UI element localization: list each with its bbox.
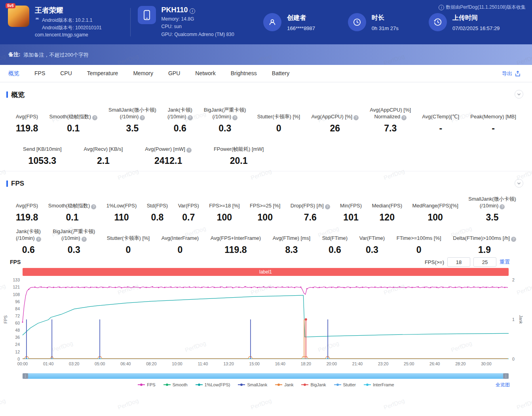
metric-Std(FTime): Std(FTime)0.6 bbox=[318, 228, 352, 255]
scrollbar-right-handle[interactable]: ⋮ bbox=[503, 373, 509, 379]
svg-text:01:40: 01:40 bbox=[43, 361, 53, 366]
legend-Stutter[interactable]: Stutter bbox=[334, 382, 356, 387]
help-icon[interactable]: ? bbox=[91, 204, 96, 209]
help-icon[interactable]: ? bbox=[82, 237, 87, 242]
metric-value: 0 bbox=[397, 245, 441, 255]
help-icon[interactable]: ? bbox=[401, 115, 407, 120]
collect-version-note: i 数据由PerfDog(11.1.250108)版本收集 bbox=[439, 4, 526, 11]
section-accent-bar bbox=[6, 180, 8, 187]
metric-Peak(Memory) [MB]: Peak(Memory) [MB]- bbox=[466, 107, 520, 134]
collapse-overview-button[interactable] bbox=[515, 90, 523, 99]
help-icon[interactable]: ? bbox=[500, 204, 505, 209]
fps-threshold-low-input[interactable] bbox=[447, 257, 470, 267]
section-accent-bar bbox=[6, 91, 8, 98]
help-icon[interactable]: ? bbox=[511, 237, 516, 242]
tab-CPU[interactable]: CPU bbox=[60, 70, 72, 77]
metric-Stutter(卡顿率) [%]: Stutter(卡顿率) [%]0 bbox=[253, 107, 304, 134]
metric-Avg(FPS): Avg(FPS)119.8 bbox=[12, 107, 42, 134]
note-input[interactable] bbox=[23, 52, 221, 58]
legend-marker-icon bbox=[196, 384, 203, 385]
metric-value: 8.3 bbox=[273, 245, 310, 255]
tab-Network[interactable]: Network bbox=[195, 70, 215, 77]
metric-Avg(AppCPU) [%]: Avg(AppCPU) [%]Normalized?7.3 bbox=[366, 107, 415, 134]
legend-marker-icon bbox=[238, 384, 245, 385]
tab-Temperature[interactable]: Temperature bbox=[87, 70, 118, 77]
tab-Brightness[interactable]: Brightness bbox=[231, 70, 257, 77]
metric-value: 1053.3 bbox=[23, 156, 62, 166]
collapse-fps-button[interactable] bbox=[515, 179, 523, 188]
svg-text:00:00: 00:00 bbox=[17, 361, 28, 366]
metric-Median(FPS): Median(FPS)120 bbox=[368, 196, 406, 223]
metric-Avg(InterFrame): Avg(InterFrame)0 bbox=[158, 228, 203, 255]
help-icon[interactable]: ? bbox=[140, 115, 145, 120]
legend-Smooth[interactable]: Smooth bbox=[163, 382, 188, 387]
fps-section: FPS Avg(FPS)119.8Smooth(稳帧指数)?0.11%Low(F… bbox=[0, 171, 532, 395]
package-name: com.tencent.tmgp.sgame bbox=[35, 31, 102, 39]
metric-value: 0.8 bbox=[147, 212, 168, 223]
help-icon[interactable]: ? bbox=[232, 115, 238, 120]
tab-概览[interactable]: 概览 bbox=[8, 70, 19, 77]
legend-Jank[interactable]: Jank bbox=[275, 382, 293, 387]
creator-value: 166****8987 bbox=[287, 25, 315, 31]
phone-icon bbox=[138, 6, 156, 24]
device-memory: Memory: 14.8G bbox=[162, 15, 234, 23]
legend-FPS[interactable]: FPS bbox=[138, 382, 155, 387]
help-icon[interactable]: ? bbox=[36, 237, 41, 242]
duration-label: 时长 bbox=[372, 14, 399, 22]
legend-BigJank[interactable]: BigJank bbox=[301, 382, 326, 387]
metric-Drop(FPS) [/h]: Drop(FPS) [/h]?7.6 bbox=[287, 196, 334, 223]
legend-InterFrame[interactable]: InterFrame bbox=[364, 382, 394, 387]
metric-SmallJank(微小卡顿): SmallJank(微小卡顿)(/10min)?3.5 bbox=[464, 196, 520, 223]
help-icon[interactable]: ? bbox=[186, 148, 192, 153]
scrollbar-left-handle[interactable]: ⋮ bbox=[23, 373, 28, 379]
device-info-icon[interactable]: i bbox=[190, 8, 195, 14]
metric-Jank(卡顿): Jank(卡顿)(/10min)?0.6 bbox=[163, 107, 197, 134]
help-icon[interactable]: ? bbox=[353, 115, 359, 120]
metric-value: 100 bbox=[412, 212, 458, 223]
chart-range-scrollbar[interactable]: ⋮ ⋮ bbox=[23, 373, 509, 379]
legend-SmallJank[interactable]: SmallJank bbox=[238, 382, 267, 387]
metric-value: 3.5 bbox=[108, 123, 156, 134]
history-clock-icon bbox=[429, 13, 447, 31]
full-overview-link[interactable]: 全览图 bbox=[496, 382, 510, 388]
device-info-block: PKH110 i Memory: 14.8G CPU: sun GPU: Qua… bbox=[138, 6, 250, 38]
legend-1%Low(FPS)[interactable]: 1%Low(FPS) bbox=[196, 382, 230, 387]
reset-link[interactable]: 重置 bbox=[500, 258, 510, 266]
fps-chart-plot[interactable]: 0122436486072849610812113301200:0001:400… bbox=[0, 276, 532, 372]
header-divider bbox=[130, 8, 131, 36]
tab-Battery[interactable]: Battery bbox=[272, 70, 289, 77]
info-icon: i bbox=[439, 5, 444, 10]
help-icon[interactable]: ? bbox=[188, 115, 193, 120]
creator-block: 创建者 166****8987 bbox=[263, 13, 334, 31]
metric-value: 0.6 bbox=[167, 123, 193, 134]
svg-text:0: 0 bbox=[17, 357, 20, 361]
export-button[interactable]: 导出 bbox=[502, 70, 521, 77]
note-bar: 备注: bbox=[0, 44, 532, 65]
metric-value: 0 bbox=[162, 245, 199, 255]
chart-legend: FPSSmooth1%Low(FPS)SmallJankJankBigJankS… bbox=[0, 379, 532, 391]
tab-FPS[interactable]: FPS bbox=[34, 70, 45, 77]
metric-value: 119.8 bbox=[211, 245, 261, 255]
svg-text:FPS: FPS bbox=[3, 315, 8, 323]
metric-value: 100 bbox=[209, 212, 239, 223]
svg-text:23:20: 23:20 bbox=[378, 361, 388, 366]
metric-Avg(Power) [mW]: Avg(Power) [mW]?2412.1 bbox=[134, 139, 203, 166]
help-icon[interactable]: ? bbox=[325, 204, 330, 209]
help-icon[interactable]: ? bbox=[92, 115, 97, 120]
svg-text:0: 0 bbox=[512, 357, 515, 361]
svg-text:05:00: 05:00 bbox=[95, 361, 105, 366]
metric-value: 0.1 bbox=[48, 212, 96, 223]
svg-text:18:20: 18:20 bbox=[301, 361, 311, 366]
fps-threshold-high-input[interactable] bbox=[473, 257, 496, 267]
tab-Memory[interactable]: Memory bbox=[133, 70, 153, 77]
tab-GPU[interactable]: GPU bbox=[168, 70, 180, 77]
svg-text:96: 96 bbox=[15, 299, 20, 304]
creator-icon bbox=[263, 13, 281, 31]
metric-BigJank(严重卡顿): BigJank(严重卡顿)(/10min)?0.3 bbox=[49, 228, 99, 255]
metric-value: 119.8 bbox=[16, 123, 38, 134]
metric-Avg(CTemp)[℃]: Avg(CTemp)[℃]- bbox=[418, 107, 463, 134]
android-version-name: Android版本名: 10.2.1.1 bbox=[42, 17, 102, 24]
svg-text:133: 133 bbox=[13, 277, 20, 282]
creator-label: 创建者 bbox=[287, 14, 315, 22]
svg-text:11:40: 11:40 bbox=[198, 361, 208, 366]
